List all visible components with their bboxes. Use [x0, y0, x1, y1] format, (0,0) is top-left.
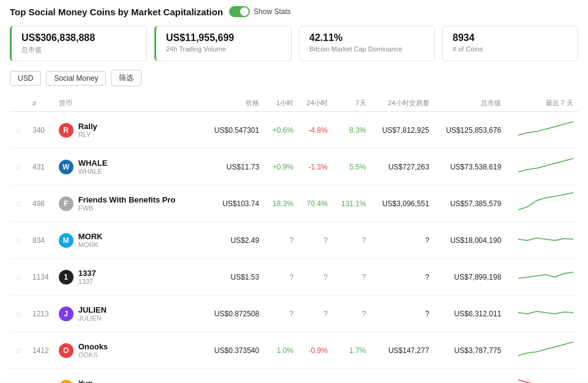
star-icon-5[interactable]: ☆	[15, 309, 23, 319]
stat-card-3: 8934# of Coins	[442, 26, 578, 61]
h1-cell-6: 1.0%	[264, 332, 298, 369]
vol24-cell-0: US$7,812,925	[371, 112, 434, 149]
price-cell-5: US$0.872508	[194, 296, 264, 332]
stat-label-0: 总市值	[21, 45, 137, 54]
star-cell-2[interactable]: ☆	[10, 185, 28, 222]
price-cell-6: US$0.373540	[194, 332, 264, 369]
h1-cell-7: -0.5%	[264, 369, 298, 384]
show-stats-toggle[interactable]	[229, 6, 250, 17]
coin-name-wrapper-0: Rally RLY	[78, 122, 97, 138]
h1-cell-2: 18.3%	[264, 185, 298, 222]
h24-cell-2: 70.4%	[298, 185, 333, 222]
col-vol24: 24小时交易量	[371, 95, 434, 112]
coin-cell-7: Y Yup YUP	[54, 369, 194, 384]
coin-symbol-1: WHALE	[78, 168, 108, 175]
filter-btn-1[interactable]: Social Money	[46, 71, 106, 86]
stat-label-3: # of Coins	[453, 45, 568, 53]
filter-btn-0[interactable]: USD	[10, 71, 41, 86]
price-cell-7: US$0.503450	[194, 369, 264, 384]
star-cell-0[interactable]: ☆	[10, 112, 28, 149]
coin-cell-1: W WHALE WHALE	[54, 149, 194, 185]
spark-cell-5	[506, 296, 578, 332]
coin-info-7: Y Yup YUP	[59, 379, 189, 383]
coin-cell-5: J JULIEN JULIEN	[54, 296, 194, 332]
star-icon-4[interactable]: ☆	[15, 272, 23, 282]
star-icon-1[interactable]: ☆	[15, 162, 23, 172]
mcap-cell-5: US$6,312,011	[434, 296, 507, 332]
star-cell-7[interactable]: ☆	[10, 369, 28, 384]
star-icon-2[interactable]: ☆	[15, 199, 23, 209]
table-row: ☆ 1412 O Onooks OOKS US$0.373540 1.0% -0…	[10, 332, 578, 369]
coin-cell-2: F Friends With Benefits Pro FWB	[54, 185, 194, 222]
coin-name-wrapper-4: 1337 1337	[78, 269, 96, 285]
vol24-cell-4: ?	[371, 259, 434, 296]
table-row: ☆ 340 R Rally RLY US$0.547301 +0.6% -4.8…	[10, 112, 578, 149]
h1-value-4: ?	[289, 273, 293, 281]
spark-chart-6	[518, 338, 573, 360]
stat-card-2: 42.11%Bitcoin Market Cap Dominance	[299, 26, 435, 61]
rank-cell-6: 1412	[28, 332, 54, 369]
price-cell-1: US$11.73	[194, 149, 264, 185]
coin-table: # 货币 价格 1小时 24小时 7天 24小时交易量 总市值 最近 7 天 ☆…	[10, 95, 578, 383]
col-rank: #	[28, 95, 54, 112]
rank-num-2: 498	[32, 199, 45, 208]
star-icon-3[interactable]: ☆	[15, 236, 23, 245]
rank-num-3: 834	[32, 236, 45, 245]
h1-cell-5: ?	[264, 296, 298, 332]
star-icon-0[interactable]: ☆	[15, 125, 23, 135]
h1-value-6: 1.0%	[277, 346, 293, 355]
d7-value-0: 8.3%	[349, 126, 366, 135]
stat-value-0: US$306,838,888	[21, 32, 137, 43]
coin-symbol-3: MORK	[78, 241, 103, 248]
coin-icon-5: J	[59, 307, 74, 321]
h1-value-5: ?	[289, 310, 293, 318]
coin-info-0: R Rally RLY	[59, 122, 189, 138]
star-cell-6[interactable]: ☆	[10, 332, 28, 369]
show-stats-toggle-container: Show Stats	[229, 6, 291, 17]
h24-value-1: -1.3%	[308, 163, 327, 171]
coin-icon-0: R	[59, 123, 74, 138]
table-row: ☆ 1134 1 1337 1337 US$1.53 ? ? ? ? US$7,…	[10, 259, 578, 296]
d7-cell-2: 131.1%	[333, 185, 371, 222]
stat-label-1: 24h Trading Volume	[166, 45, 281, 53]
table-header: # 货币 价格 1小时 24小时 7天 24小时交易量 总市值 最近 7 天	[10, 95, 578, 112]
filter-btn-2[interactable]: 筛选	[111, 70, 141, 86]
table-row: ☆ 834 M MORK MORK US$2.49 ? ? ? ? US$18,…	[10, 222, 578, 259]
coin-name-wrapper-5: JULIEN JULIEN	[78, 305, 107, 322]
spark-chart-3	[518, 228, 573, 250]
spark-chart-5	[518, 302, 573, 324]
spark-chart-7	[518, 375, 573, 383]
h24-cell-7: -4.8%	[298, 369, 333, 384]
filter-row: USDSocial Money筛选	[10, 70, 578, 86]
coin-info-4: 1 1337 1337	[59, 269, 189, 285]
coin-name-1: WHALE	[78, 158, 108, 168]
h24-cell-4: ?	[298, 259, 333, 296]
h24-value-3: ?	[323, 236, 328, 245]
star-cell-1[interactable]: ☆	[10, 149, 28, 185]
price-cell-2: US$103.74	[194, 185, 264, 222]
spark-chart-1	[518, 155, 573, 177]
mcap-cell-6: US$3,787,775	[434, 332, 507, 369]
coin-icon-7: Y	[59, 380, 74, 384]
rank-num-4: 1134	[32, 273, 49, 281]
coin-name-7: Yup	[78, 379, 93, 383]
h24-cell-3: ?	[298, 222, 333, 259]
coin-symbol-0: RLY	[78, 131, 97, 138]
table-row: ☆ 431 W WHALE WHALE US$11.73 +0.9% -1.3%…	[10, 149, 578, 185]
mcap-cell-2: US$57,385,579	[434, 185, 507, 222]
stat-label-2: Bitcoin Market Cap Dominance	[309, 45, 424, 53]
star-cell-3[interactable]: ☆	[10, 222, 28, 259]
star-cell-4[interactable]: ☆	[10, 259, 28, 296]
coin-info-6: O Onooks OOKS	[59, 342, 189, 359]
h24-cell-6: -0.9%	[298, 332, 333, 369]
spark-cell-1	[506, 149, 578, 185]
page-title: Top Social Money Coins by Market Capital…	[10, 7, 223, 17]
coin-name-wrapper-3: MORK MORK	[78, 232, 103, 248]
d7-cell-6: 1.7%	[333, 332, 371, 369]
star-cell-5[interactable]: ☆	[10, 296, 28, 332]
coin-icon-3: M	[59, 233, 74, 248]
coin-icon-6: O	[59, 343, 74, 358]
h24-value-6: -0.9%	[308, 346, 327, 355]
star-icon-6[interactable]: ☆	[15, 346, 23, 355]
coin-symbol-4: 1337	[78, 278, 96, 285]
